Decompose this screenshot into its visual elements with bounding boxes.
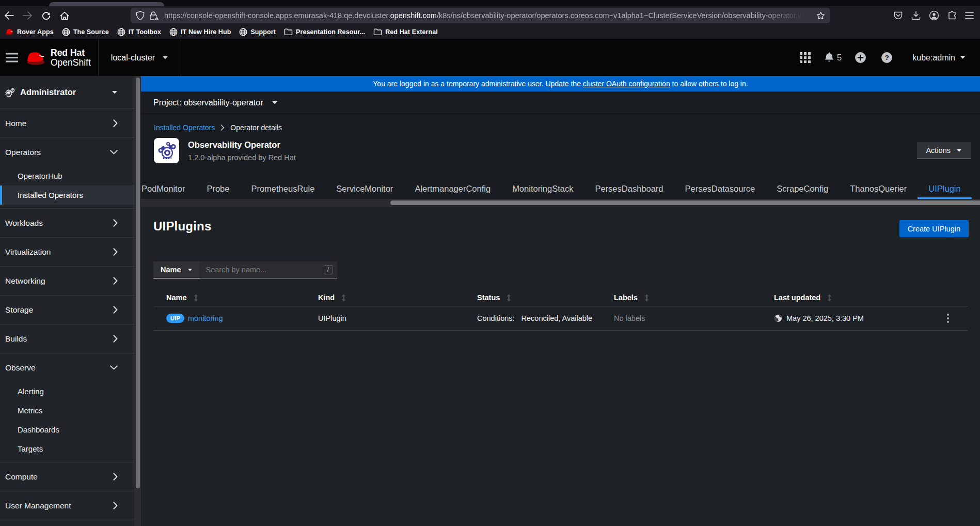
- sidebar-item-compute[interactable]: Compute: [0, 462, 134, 491]
- tab-probe[interactable]: Probe: [196, 179, 240, 199]
- monitoring-link[interactable]: monitoring: [188, 314, 223, 322]
- breadcrumb-installed-operators-link[interactable]: Installed Operators: [154, 123, 215, 132]
- folder-favicon: [284, 28, 293, 36]
- home-button[interactable]: [57, 8, 72, 23]
- forward-icon: [23, 11, 33, 20]
- tab-podmonitor[interactable]: PodMonitor: [131, 179, 196, 199]
- cell-kind: UIPlugin: [305, 314, 464, 322]
- sidebar-item-storage[interactable]: Storage: [0, 296, 134, 324]
- tabs-scrollbar-thumb[interactable]: [390, 200, 980, 205]
- bookmark-item[interactable]: IT New Hire Hub: [166, 26, 234, 38]
- masthead: Red Hat OpenShift local-cluster 5 ?: [0, 39, 980, 76]
- perspective-switcher[interactable]: Administrator: [0, 76, 134, 109]
- caret-down-icon: [112, 90, 118, 95]
- browser-toolbar: https://console-openshift-console.apps.e…: [0, 6, 980, 25]
- column-header-kind[interactable]: Kind: [305, 293, 464, 302]
- connection-lock-warning-icon[interactable]: [149, 11, 160, 21]
- sidebar-item-workloads[interactable]: Workloads: [0, 209, 134, 237]
- sidebar-item-networking[interactable]: Networking: [0, 267, 134, 295]
- bookmark-item[interactable]: Presentation Resour...: [281, 26, 368, 37]
- sort-icon[interactable]: [341, 294, 346, 302]
- search-input[interactable]: Search by name... /: [200, 261, 337, 279]
- sidebar-item-metrics[interactable]: Metrics: [0, 401, 134, 420]
- sidebar-item-builds[interactable]: Builds: [0, 324, 134, 353]
- create-uiplugin-button[interactable]: Create UIPlugin: [899, 220, 969, 237]
- uiplugins-table: Name Kind Status Labels: [153, 289, 968, 331]
- tab-scrapeconfig[interactable]: ScrapeConfig: [766, 179, 839, 199]
- sidebar-item-home[interactable]: Home: [0, 109, 134, 137]
- tab-thanosquerier[interactable]: ThanosQuerier: [839, 179, 918, 199]
- bookmark-star-icon[interactable]: [816, 11, 825, 20]
- bookmark-item[interactable]: Rover Apps: [2, 27, 57, 37]
- app-launcher-button[interactable]: [797, 49, 814, 67]
- add-button[interactable]: [851, 49, 869, 67]
- sidebar-item-operators[interactable]: Operators: [0, 138, 134, 166]
- sidebar-item-virtualization[interactable]: Virtualization: [0, 238, 134, 266]
- url-bar[interactable]: https://console-openshift-console.apps.e…: [131, 8, 830, 23]
- help-button[interactable]: ?: [878, 49, 895, 67]
- tracking-protection-shield-icon[interactable]: [136, 11, 145, 21]
- tab-alertmanagerconfig[interactable]: AlertmanagerConfig: [404, 179, 501, 199]
- sort-icon[interactable]: [507, 294, 511, 302]
- url-text[interactable]: https://console-openshift-console.apps.e…: [164, 11, 812, 20]
- bookmark-label: Rover Apps: [17, 28, 54, 36]
- actions-dropdown-button[interactable]: Actions: [917, 142, 971, 159]
- tabs-horizontal-scrollbar[interactable]: [141, 199, 980, 207]
- chevron-right-icon: [113, 119, 118, 127]
- kebab-menu-icon[interactable]: [947, 314, 949, 323]
- column-header-status[interactable]: Status: [464, 293, 601, 302]
- tab-uiplugin[interactable]: UIPlugin: [918, 179, 971, 199]
- caret-down-icon: [162, 56, 168, 60]
- tab-monitoringstack[interactable]: MonitoringStack: [501, 179, 584, 199]
- sidebar-item-dashboards[interactable]: Dashboards: [0, 420, 134, 439]
- tab-prometheusrule[interactable]: PrometheusRule: [240, 179, 325, 199]
- downloads-icon[interactable]: [911, 11, 921, 20]
- bookmark-label: Support: [250, 28, 276, 36]
- cell-name: UIP monitoring: [153, 314, 305, 323]
- globe-timestamp-icon: [774, 314, 782, 322]
- brand-logo[interactable]: Red Hat OpenShift: [26, 48, 98, 68]
- chevron-right-icon: [113, 248, 118, 256]
- banner-text: You are logged in as a temporary adminis…: [373, 80, 583, 88]
- bookmark-item[interactable]: Red Hat External: [370, 26, 441, 37]
- oauth-configuration-link[interactable]: cluster OAuth configuration: [583, 80, 670, 88]
- sidebar-item-observe[interactable]: Observe: [0, 353, 134, 382]
- nav-toggle-button[interactable]: [0, 39, 24, 76]
- account-icon[interactable]: [929, 10, 939, 21]
- back-button[interactable]: [1, 8, 17, 23]
- breadcrumb-current: Operator details: [230, 123, 282, 132]
- menu-icon[interactable]: [965, 12, 974, 19]
- sidebar-scrollbar-thumb[interactable]: [136, 78, 140, 488]
- forward-button[interactable]: [20, 8, 35, 23]
- sidebar-item-targets[interactable]: Targets: [0, 439, 134, 458]
- page-title: UIPlugins: [153, 219, 968, 234]
- reload-button[interactable]: [38, 8, 54, 23]
- filter-type-dropdown[interactable]: Name: [153, 261, 200, 279]
- cluster-selector[interactable]: local-cluster: [99, 53, 181, 63]
- bookmark-item[interactable]: The Source: [59, 26, 112, 38]
- chevron-right-icon: [113, 473, 118, 481]
- column-header-name[interactable]: Name: [153, 293, 305, 302]
- tab-persesdashboard[interactable]: PersesDashboard: [584, 179, 674, 199]
- column-header-last-updated[interactable]: Last updated: [761, 293, 924, 302]
- sidebar-item-alerting[interactable]: Alerting: [0, 382, 134, 401]
- resource-tabs: PodMonitor Probe PrometheusRule ServiceM…: [141, 179, 980, 199]
- tab-servicemonitor[interactable]: ServiceMonitor: [325, 179, 404, 199]
- sort-icon[interactable]: [644, 294, 649, 302]
- sort-icon[interactable]: [194, 294, 198, 302]
- project-selector[interactable]: Project: observability-operator: [153, 98, 263, 107]
- column-header-labels[interactable]: Labels: [601, 293, 761, 302]
- sidebar-item-installed-operators[interactable]: Installed Operators: [0, 185, 134, 205]
- pocket-icon[interactable]: [893, 11, 903, 20]
- sidebar-item-user-management[interactable]: User Management: [0, 491, 134, 520]
- bookmark-item[interactable]: Support: [236, 26, 279, 38]
- tab-persesdatasource[interactable]: PersesDatasource: [674, 179, 766, 199]
- sidebar-scrollbar[interactable]: [134, 76, 141, 526]
- user-menu[interactable]: kube:admin: [912, 53, 966, 63]
- notifications-button[interactable]: 5: [823, 49, 843, 67]
- sidebar-item-operatorhub[interactable]: OperatorHub: [0, 166, 134, 185]
- bookmark-item[interactable]: IT Toolbox: [114, 26, 164, 38]
- extensions-icon[interactable]: [947, 11, 957, 20]
- redhat-fedora-icon: [26, 50, 46, 65]
- sort-icon[interactable]: [827, 294, 832, 302]
